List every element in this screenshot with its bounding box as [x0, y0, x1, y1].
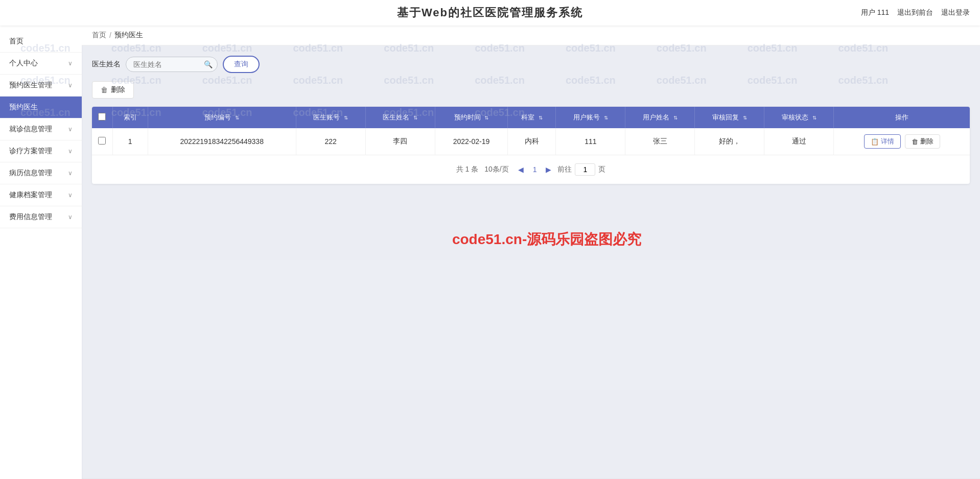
- cell-user-account: 111: [556, 128, 625, 155]
- sidebar-item-medical-records[interactable]: 病历信息管理 ∨: [0, 162, 82, 184]
- pagination-size: 10条/页: [484, 165, 508, 174]
- query-button[interactable]: 查询: [223, 56, 260, 73]
- cell-booking-time: 2022-02-19: [435, 128, 507, 155]
- sort-icon: ⇅: [344, 115, 348, 121]
- pagination-total: 共 1 条: [456, 165, 479, 174]
- breadcrumb: 首页 / 预约医生: [82, 26, 980, 45]
- page-1-button[interactable]: 1: [530, 164, 540, 175]
- pagination-nav: ◀ 1 ▶ 前往 页: [515, 163, 606, 176]
- cell-department: 内科: [508, 128, 556, 155]
- sort-icon: ⇅: [484, 115, 488, 121]
- col-booking-no[interactable]: 预约编号 ⇅: [148, 107, 296, 128]
- breadcrumb-current: 预约医生: [114, 31, 143, 40]
- sort-icon: ⇅: [413, 115, 417, 121]
- breadcrumb-home[interactable]: 首页: [92, 31, 106, 40]
- sidebar-item-label: 健康档案管理: [9, 190, 52, 200]
- breadcrumb-separator: /: [109, 31, 111, 39]
- col-actions: 操作: [834, 107, 970, 128]
- sidebar-item-health-records[interactable]: 健康档案管理 ∨: [0, 184, 82, 206]
- table-row: 1 202221918342256449338 222 李四 2022-02-1…: [92, 128, 970, 155]
- sidebar-item-appointment-doctor[interactable]: 预约医生: [0, 97, 82, 118]
- chevron-down-icon: ∨: [68, 82, 73, 89]
- sort-icon: ⇅: [235, 115, 239, 121]
- sort-icon: ⇅: [673, 115, 678, 121]
- cell-doctor-name: 李四: [365, 128, 435, 155]
- sort-icon: ⇅: [604, 115, 608, 121]
- col-department[interactable]: 科室 ⇅: [508, 107, 556, 128]
- sidebar-item-label: 就诊信息管理: [9, 125, 52, 134]
- sidebar-item-personal[interactable]: 个人中心 ∨: [0, 53, 82, 75]
- sidebar-item-label: 病历信息管理: [9, 169, 52, 178]
- row-checkbox[interactable]: [98, 137, 106, 145]
- table-body: 1 202221918342256449338 222 李四 2022-02-1…: [92, 128, 970, 155]
- select-all-checkbox[interactable]: [98, 113, 106, 121]
- page-input[interactable]: [575, 163, 595, 176]
- cell-user-name: 张三: [625, 128, 695, 155]
- cell-audit-status: 通过: [764, 128, 834, 155]
- search-label: 医生姓名: [92, 60, 121, 69]
- col-index: 索引: [112, 107, 148, 128]
- chevron-down-icon: ∨: [68, 148, 73, 155]
- pagination-goto-label: 前往: [557, 165, 572, 174]
- detail-button[interactable]: 📋 详情: [864, 134, 901, 149]
- chevron-down-icon: ∨: [68, 126, 73, 133]
- col-user-account[interactable]: 用户账号 ⇅: [556, 107, 625, 128]
- trash-icon: 🗑: [912, 138, 918, 146]
- search-input-wrap: 🔍: [126, 57, 218, 72]
- user-label: 用户 111: [861, 8, 889, 17]
- sidebar-item-label: 预约医生: [9, 103, 38, 112]
- sidebar-item-appointment-mgmt[interactable]: 预约医生管理 ∨: [0, 75, 82, 97]
- row-delete-button[interactable]: 🗑 删除: [905, 134, 940, 149]
- trash-icon: 🗑: [101, 86, 108, 94]
- next-page-button[interactable]: ▶: [543, 164, 554, 175]
- sidebar-item-home[interactable]: 首页: [0, 31, 82, 53]
- chevron-down-icon: ∨: [68, 213, 73, 221]
- chevron-down-icon: ∨: [68, 191, 73, 199]
- detail-icon: 📋: [871, 138, 879, 146]
- cell-index: 1: [112, 128, 148, 155]
- search-bar: 医生姓名 🔍 查询: [92, 56, 970, 73]
- search-icon-button[interactable]: 🔍: [204, 60, 213, 68]
- prev-page-button[interactable]: ◀: [515, 164, 527, 175]
- col-doctor-account[interactable]: 医生账号 ⇅: [296, 107, 365, 128]
- header-checkbox-cell: [92, 107, 112, 128]
- sidebar-item-label: 诊疗方案管理: [9, 147, 52, 156]
- sidebar-item-treatment-plan[interactable]: 诊疗方案管理 ∨: [0, 140, 82, 162]
- sort-icon: ⇅: [743, 115, 747, 121]
- col-doctor-name[interactable]: 医生姓名 ⇅: [365, 107, 435, 128]
- chevron-down-icon: ∨: [68, 170, 73, 177]
- header-title: 基于Web的社区医院管理服务系统: [397, 5, 583, 20]
- sidebar-item-label: 费用信息管理: [9, 212, 52, 222]
- sort-icon: ⇅: [539, 115, 543, 121]
- table-header-row: 索引 预约编号 ⇅ 医生账号 ⇅ 医生姓名 ⇅ 预约时间 ⇅ 科室 ⇅ 用户账号…: [92, 107, 970, 128]
- col-booking-time[interactable]: 预约时间 ⇅: [435, 107, 507, 128]
- cell-doctor-account: 222: [296, 128, 365, 155]
- sidebar-item-label: 预约医生管理: [9, 81, 52, 90]
- col-audit-status[interactable]: 审核状态 ⇅: [764, 107, 834, 128]
- cell-actions: 📋 详情 🗑 删除: [834, 128, 970, 155]
- action-bar: 🗑 删除: [92, 81, 970, 99]
- batch-delete-button[interactable]: 🗑 删除: [92, 81, 134, 99]
- chevron-down-icon: ∨: [68, 60, 73, 67]
- header-right: 用户 111 退出到前台 退出登录: [861, 8, 970, 17]
- pagination: 共 1 条 10条/页 ◀ 1 ▶ 前往 页: [92, 155, 970, 184]
- cell-booking-no: 202221918342256449338: [148, 128, 296, 155]
- content-area: 医生姓名 🔍 查询 🗑 删除: [82, 45, 980, 478]
- col-user-name[interactable]: 用户姓名 ⇅: [625, 107, 695, 128]
- data-table-wrap: 索引 预约编号 ⇅ 医生账号 ⇅ 医生姓名 ⇅ 预约时间 ⇅ 科室 ⇅ 用户账号…: [92, 107, 970, 184]
- back-to-front-link[interactable]: 退出到前台: [897, 8, 933, 17]
- data-table: 索引 预约编号 ⇅ 医生账号 ⇅ 医生姓名 ⇅ 预约时间 ⇅ 科室 ⇅ 用户账号…: [92, 107, 970, 155]
- cell-audit-reply: 好的，: [695, 128, 764, 155]
- sidebar-item-label: 首页: [9, 37, 24, 46]
- sidebar-item-fee-info[interactable]: 费用信息管理 ∨: [0, 206, 82, 228]
- main-content: 首页 / 预约医生 医生姓名 🔍 查询 🗑 删除: [82, 26, 980, 479]
- sidebar: 首页 个人中心 ∨ 预约医生管理 ∨ 预约医生 就诊信息管理 ∨ 诊疗方案管理 …: [0, 26, 82, 479]
- sidebar-item-visit-info[interactable]: 就诊信息管理 ∨: [0, 118, 82, 140]
- sort-icon: ⇅: [812, 115, 816, 121]
- delete-label: 删除: [111, 85, 125, 94]
- pagination-page-suffix: 页: [598, 165, 605, 174]
- col-audit-reply[interactable]: 审核回复 ⇅: [695, 107, 764, 128]
- logout-link[interactable]: 退出登录: [941, 8, 970, 17]
- layout: 首页 个人中心 ∨ 预约医生管理 ∨ 预约医生 就诊信息管理 ∨ 诊疗方案管理 …: [0, 26, 980, 479]
- row-checkbox-cell: [92, 128, 112, 155]
